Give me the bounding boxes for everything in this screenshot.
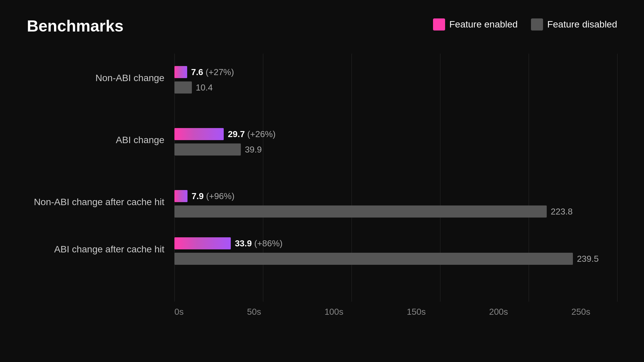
- y-axis-label-abi-cache: ABI change after cache hit: [54, 244, 164, 255]
- x-axis: 0s50s100s150s200s250s: [174, 302, 590, 322]
- bar-label-disabled-non-abi-cache: 223.8: [551, 206, 573, 217]
- legend-enabled: Feature enabled: [433, 18, 518, 31]
- bar-row-disabled-abi-cache: 239.5: [174, 253, 590, 265]
- x-tick: 250s: [572, 307, 590, 317]
- bar-label-enabled-abi-cache: 33.9 (+86%): [235, 238, 282, 248]
- legend-disabled: Feature disabled: [531, 18, 617, 31]
- bar-label-enabled-abi-change: 29.7 (+26%): [228, 129, 275, 139]
- y-axis-label-non-abi-change: Non-ABI change: [96, 73, 164, 83]
- bar-row-disabled-non-abi-change: 10.4: [174, 81, 590, 94]
- bar-enabled-abi-cache: 33.9 (+86%): [174, 237, 231, 249]
- bar-label-enabled-non-abi-cache: 7.9 (+96%): [192, 191, 234, 201]
- legend-enabled-label: Feature enabled: [449, 19, 518, 30]
- x-tick: 0s: [174, 307, 183, 317]
- bar-row-disabled-abi-change: 39.9: [174, 143, 590, 156]
- bar-disabled-abi-change: 39.9: [174, 143, 241, 156]
- bars-container: 7.6 (+27%)10.429.7 (+26%)39.97.9 (+96%)2…: [174, 54, 590, 302]
- x-tick: 50s: [247, 307, 261, 317]
- legend-disabled-swatch: [531, 18, 543, 31]
- y-axis-label-non-abi-cache: Non-ABI change after cache hit: [34, 197, 164, 207]
- bar-row-enabled-abi-cache: 33.9 (+86%): [174, 237, 590, 249]
- page: Benchmarks Feature enabled Feature disab…: [0, 0, 644, 362]
- legend: Feature enabled Feature disabled: [433, 18, 617, 31]
- y-axis-labels: Non-ABI changeABI changeNon-ABI change a…: [27, 54, 171, 302]
- bar-label-disabled-abi-change: 39.9: [245, 144, 262, 155]
- bar-label-disabled-abi-cache: 239.5: [577, 253, 599, 264]
- chart-area: Non-ABI changeABI changeNon-ABI change a…: [27, 54, 617, 322]
- bar-row-enabled-non-abi-change: 7.6 (+27%): [174, 66, 590, 78]
- bar-disabled-abi-cache: 239.5: [174, 253, 573, 265]
- bar-enabled-abi-change: 29.7 (+26%): [174, 128, 224, 140]
- grid-line: [617, 54, 618, 302]
- legend-disabled-label: Feature disabled: [547, 19, 617, 30]
- legend-enabled-swatch: [433, 18, 445, 31]
- x-tick: 100s: [324, 307, 343, 317]
- bar-disabled-non-abi-cache: 223.8: [174, 205, 547, 218]
- bar-row-enabled-abi-change: 29.7 (+26%): [174, 128, 590, 140]
- bar-enabled-non-abi-change: 7.6 (+27%): [174, 66, 187, 78]
- bar-disabled-non-abi-change: 10.4: [174, 81, 192, 94]
- bar-row-disabled-non-abi-cache: 223.8: [174, 205, 590, 218]
- bar-row-enabled-non-abi-cache: 7.9 (+96%): [174, 190, 590, 202]
- x-tick: 150s: [407, 307, 426, 317]
- bar-label-enabled-non-abi-change: 7.6 (+27%): [191, 67, 234, 77]
- bar-label-disabled-non-abi-change: 10.4: [196, 82, 213, 93]
- bar-enabled-non-abi-cache: 7.9 (+96%): [174, 190, 187, 202]
- y-axis-label-abi-change: ABI change: [116, 135, 164, 145]
- x-tick: 200s: [489, 307, 508, 317]
